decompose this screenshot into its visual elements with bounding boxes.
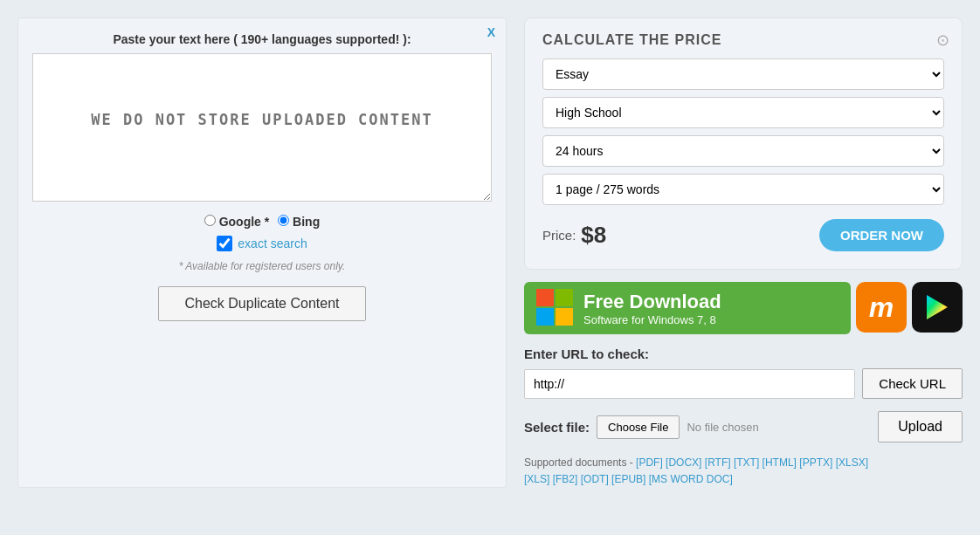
price-row: Price: $8 ORDER NOW xyxy=(542,219,944,251)
order-now-button[interactable]: ORDER NOW xyxy=(819,219,944,251)
text-input[interactable] xyxy=(32,53,492,202)
calculate-price-card: CALCULATE THE PRICE ⊙ Essay Research Pap… xyxy=(524,17,963,270)
google-radio[interactable] xyxy=(204,215,216,226)
xls-link[interactable]: [XLS] xyxy=(524,473,549,485)
moodle-icon[interactable]: m xyxy=(856,282,907,333)
download-text: Free Download Software for Windows 7, 8 xyxy=(583,291,721,326)
deadline-select[interactable]: 24 hours 48 hours 3 days 5 days 7 days xyxy=(542,135,944,167)
download-subtitle: Software for Windows 7, 8 xyxy=(583,313,721,326)
check-url-button[interactable]: Check URL xyxy=(862,368,963,399)
exact-search-row: exact search xyxy=(32,236,492,251)
pdf-link[interactable]: [PDF] xyxy=(636,456,663,469)
html-link[interactable]: [HTML] xyxy=(763,456,797,469)
url-input-row: Check URL xyxy=(524,368,963,399)
google-play-icon[interactable] xyxy=(912,282,963,333)
txt-link[interactable]: [TXT] xyxy=(734,456,759,469)
file-label: Select file: xyxy=(524,420,590,435)
supported-docs: Supported documents - [PDF] [DOCX] [RTF]… xyxy=(524,455,963,488)
download-windows-button[interactable]: Free Download Software for Windows 7, 8 xyxy=(524,282,851,334)
svg-marker-4 xyxy=(927,295,948,319)
svg-rect-3 xyxy=(556,308,573,326)
check-duplicate-button[interactable]: Check Duplicate Content xyxy=(158,286,367,321)
level-select[interactable]: High School College University Master's … xyxy=(542,97,944,128)
upload-button[interactable]: Upload xyxy=(878,411,963,442)
file-upload-section: Select file: Choose File No file chosen … xyxy=(524,411,963,442)
settings-icon: ⊙ xyxy=(936,31,949,50)
exact-search-label[interactable]: exact search xyxy=(238,237,307,250)
url-input[interactable] xyxy=(524,369,855,399)
url-check-label: Enter URL to check: xyxy=(524,346,963,361)
registered-note: * Available for registered users only. xyxy=(32,260,492,272)
play-triangle-icon xyxy=(923,293,951,321)
search-engine-selector: Google * Bing xyxy=(32,215,492,229)
price-label: Price: xyxy=(542,228,576,243)
svg-rect-2 xyxy=(536,308,554,326)
choose-file-button[interactable]: Choose File xyxy=(597,415,680,439)
left-panel: X Paste your text here ( 190+ languages … xyxy=(17,17,507,488)
msword-link[interactable]: [MS WORD DOC] xyxy=(649,473,733,485)
pages-select[interactable]: 1 page / 275 words 2 pages / 550 words 3… xyxy=(542,174,944,205)
pptx-link[interactable]: [PPTX] xyxy=(799,456,832,469)
bing-radio[interactable] xyxy=(278,215,289,226)
price-value: $8 xyxy=(581,222,606,249)
google-radio-label: Google * xyxy=(204,215,269,229)
svg-rect-1 xyxy=(556,289,573,306)
url-check-section: Enter URL to check: Check URL xyxy=(524,346,963,399)
paste-label: Paste your text here ( 190+ languages su… xyxy=(32,32,492,46)
docx-link[interactable]: [DOCX] xyxy=(666,456,701,469)
xlsx-link[interactable]: [XLSX] xyxy=(836,456,868,469)
download-title: Free Download xyxy=(583,291,721,313)
windows-icon xyxy=(536,289,575,327)
download-banner: Free Download Software for Windows 7, 8 … xyxy=(524,282,963,334)
rtf-link[interactable]: [RTF] xyxy=(705,456,731,469)
odt-link[interactable]: [ODT] xyxy=(581,473,609,485)
svg-rect-0 xyxy=(536,289,554,306)
right-panel: CALCULATE THE PRICE ⊙ Essay Research Pap… xyxy=(524,17,963,488)
epub-link[interactable]: [EPUB] xyxy=(611,473,645,485)
no-file-text: No file chosen xyxy=(687,421,758,434)
calc-title: CALCULATE THE PRICE xyxy=(542,32,944,48)
essay-type-select[interactable]: Essay Research Paper Term Paper Coursewo… xyxy=(542,58,944,90)
close-button[interactable]: X xyxy=(487,25,495,39)
supported-docs-label: Supported documents - xyxy=(524,456,633,469)
exact-search-checkbox[interactable] xyxy=(217,236,232,251)
bing-radio-label: Bing xyxy=(278,215,320,229)
fb2-link[interactable]: [FB2] xyxy=(553,473,578,485)
moodle-letter: m xyxy=(869,292,894,324)
